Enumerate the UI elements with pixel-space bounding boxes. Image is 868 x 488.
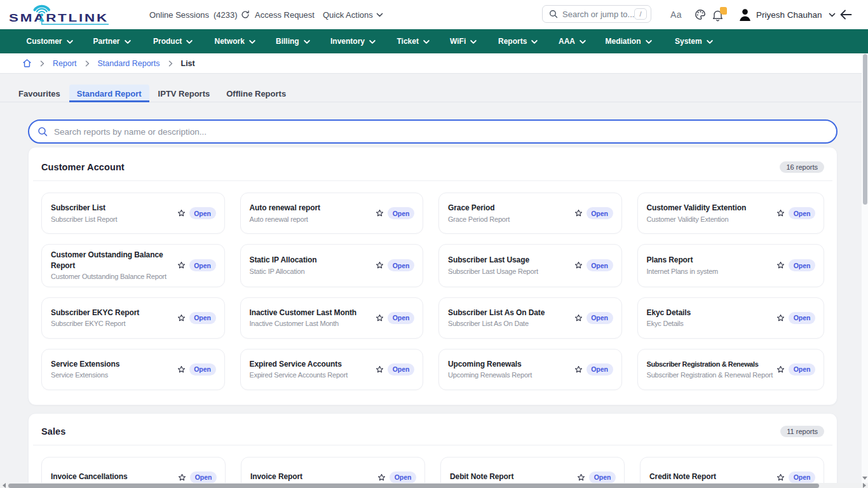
theme-palette-icon[interactable]	[695, 0, 706, 29]
favourite-star-button[interactable]	[177, 209, 186, 217]
report-search-input[interactable]	[54, 127, 828, 137]
nav-item-ticket[interactable]: Ticket	[397, 29, 430, 53]
favourite-star-button[interactable]	[776, 209, 785, 217]
open-report-button[interactable]: Open	[587, 312, 613, 324]
open-report-button[interactable]: Open	[189, 259, 216, 271]
vertical-scrollbar[interactable]	[862, 53, 868, 483]
favourite-star-button[interactable]	[376, 261, 384, 269]
back-arrow-button[interactable]	[840, 0, 852, 29]
open-report-button[interactable]: Open	[587, 207, 613, 219]
report-section: Sales 11 reports Invoice Cancellations O…	[28, 413, 837, 488]
notification-badge	[720, 7, 727, 15]
user-menu[interactable]: Priyesh Chauhan	[739, 0, 836, 29]
online-sessions[interactable]: Online Sessions (4233)	[149, 0, 250, 29]
tab-standard-report[interactable]: Standard Report	[69, 85, 149, 102]
favourite-star-button[interactable]	[178, 473, 186, 482]
open-report-button[interactable]: Open	[388, 207, 414, 219]
scroll-right-arrow[interactable]	[860, 483, 868, 488]
open-report-button[interactable]: Open	[189, 207, 216, 219]
chevron-down-icon	[369, 40, 376, 44]
global-search[interactable]: /	[542, 5, 651, 23]
access-request-link[interactable]: Access Request	[255, 0, 315, 29]
logo-text: SMARTLINK	[9, 13, 109, 24]
open-report-button[interactable]: Open	[587, 259, 613, 271]
favourite-star-button[interactable]	[377, 473, 386, 482]
open-report-button[interactable]: Open	[189, 363, 216, 376]
open-report-button[interactable]: Open	[589, 471, 616, 484]
nav-item-aaa[interactable]: AAA	[559, 29, 586, 53]
favourite-star-button[interactable]	[577, 473, 585, 482]
quick-actions-menu[interactable]: Quick Actions	[323, 0, 383, 29]
favourite-star-button[interactable]	[177, 261, 186, 269]
report-card: Subscriber Last Usage Subscriber Last Us…	[438, 244, 622, 287]
favourite-star-button[interactable]	[376, 209, 384, 217]
report-subtitle: Internet Plans in system	[647, 267, 773, 276]
online-sessions-label: Online Sessions	[149, 10, 209, 20]
global-search-input[interactable]	[562, 10, 634, 19]
open-report-button[interactable]: Open	[388, 312, 414, 324]
horizontal-scrollbar[interactable]	[0, 483, 868, 488]
favourite-star-button[interactable]	[776, 365, 785, 374]
breadcrumb-report[interactable]: Report	[53, 59, 77, 68]
open-report-button[interactable]: Open	[789, 312, 815, 324]
favourite-star-button[interactable]	[177, 365, 186, 374]
nav-item-wifi[interactable]: WiFi	[450, 29, 477, 53]
section-report-count-badge: 16 reports	[780, 161, 824, 173]
report-search[interactable]	[28, 119, 837, 144]
favourite-star-button[interactable]	[574, 209, 583, 217]
notifications-bell[interactable]	[712, 0, 725, 29]
chevron-down-icon	[67, 40, 73, 44]
open-report-button[interactable]: Open	[587, 363, 613, 376]
smartlink-logo[interactable]: SMARTLINK	[8, 1, 114, 28]
nav-item-partner[interactable]: Partner	[93, 29, 131, 53]
report-card: Plans Report Internet Plans in system Op…	[637, 244, 825, 287]
nav-item-product[interactable]: Product	[153, 29, 193, 53]
font-size-toggle[interactable]: Aa	[670, 0, 682, 29]
nav-item-reports[interactable]: Reports	[498, 29, 538, 53]
favourite-star-button[interactable]	[574, 261, 583, 269]
favourite-star-button[interactable]	[376, 314, 384, 322]
tab-offline-reports[interactable]: Offline Reports	[219, 85, 294, 102]
nav-item-billing[interactable]: Billing	[276, 29, 310, 53]
report-title: Subscriber List	[51, 203, 173, 214]
refresh-icon[interactable]	[241, 10, 250, 19]
report-title: Customer Outstanding Balance Report	[51, 250, 173, 271]
nav-item-mediation[interactable]: Mediation	[606, 29, 652, 53]
report-title: Grace Period	[448, 203, 571, 214]
open-report-button[interactable]: Open	[189, 312, 216, 324]
open-report-button[interactable]: Open	[789, 207, 815, 219]
favourite-star-button[interactable]	[177, 314, 186, 322]
chevron-down-icon	[580, 40, 586, 44]
open-report-button[interactable]: Open	[388, 259, 414, 271]
favourite-star-button[interactable]	[574, 314, 583, 322]
nav-item-customer[interactable]: Customer	[27, 29, 73, 53]
favourite-star-button[interactable]	[776, 473, 785, 482]
scroll-down-arrow[interactable]	[862, 473, 868, 482]
report-sections: Customer Account 16 reports Subscriber L…	[28, 147, 837, 488]
nav-item-network[interactable]: Network	[215, 29, 255, 53]
open-report-button[interactable]: Open	[789, 363, 815, 376]
report-title: Subscriber List As On Date	[448, 308, 571, 318]
breadcrumb-standard-reports[interactable]: Standard Reports	[98, 59, 160, 68]
open-report-button[interactable]: Open	[388, 363, 414, 376]
scroll-left-arrow[interactable]	[0, 483, 8, 488]
nav-item-inventory[interactable]: Inventory	[330, 29, 376, 53]
open-report-button[interactable]: Open	[390, 471, 416, 484]
nav-item-system[interactable]: System	[675, 29, 713, 53]
open-report-button[interactable]: Open	[789, 259, 815, 271]
report-title: Ekyc Details	[647, 308, 773, 318]
report-subtitle: Upcoming Renewals Report	[448, 370, 571, 380]
home-icon[interactable]	[22, 58, 32, 68]
favourite-star-button[interactable]	[776, 314, 785, 322]
report-subtitle: Grace Period Report	[448, 215, 571, 224]
open-report-button[interactable]: Open	[789, 471, 815, 484]
vertical-scrollbar-thumb[interactable]	[863, 54, 867, 205]
report-title: Inactive Customer Last Month	[250, 308, 372, 318]
favourite-star-button[interactable]	[376, 365, 384, 374]
favourite-star-button[interactable]	[574, 365, 583, 374]
tab-favourites[interactable]: Favourites	[11, 85, 68, 102]
horizontal-scrollbar-thumb[interactable]	[8, 484, 819, 488]
favourite-star-button[interactable]	[776, 261, 785, 269]
open-report-button[interactable]: Open	[190, 471, 217, 484]
tab-iptv-reports[interactable]: IPTV Reports	[151, 85, 218, 102]
